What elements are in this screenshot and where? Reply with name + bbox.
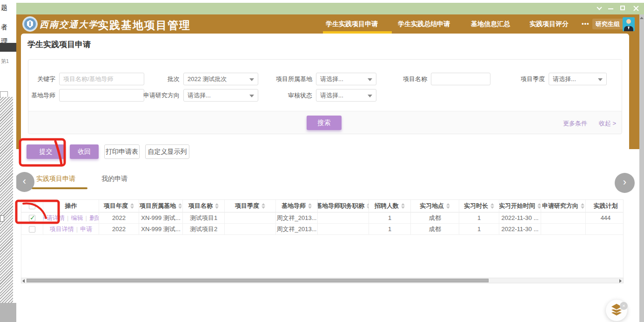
sort-icon[interactable] <box>537 203 541 209</box>
row-actions: 项目详情申请 <box>43 224 99 235</box>
cell-quarter <box>225 212 276 224</box>
batch-select[interactable]: 2022 测试批次 <box>183 73 258 85</box>
project-name-input[interactable] <box>431 73 490 85</box>
cell-mentor-title <box>318 224 369 235</box>
status-label: 审核状态 <box>287 91 312 100</box>
tabs-next-button[interactable]: › <box>615 173 635 193</box>
chevron-right-icon: › <box>623 176 626 188</box>
sort-icon[interactable] <box>215 203 219 209</box>
table-empty-area <box>21 235 624 276</box>
quarter-value: 请选择... <box>553 75 576 83</box>
sort-icon[interactable] <box>446 203 450 209</box>
link-delete[interactable]: 删除 <box>83 214 100 222</box>
chevron-left-icon: ‹ <box>23 175 26 187</box>
window-maximize-icon[interactable] <box>620 6 625 10</box>
cell-start: 2022-11-30 ... <box>499 212 541 224</box>
link-apply[interactable]: 申请 <box>74 225 92 233</box>
sort-icon[interactable] <box>130 203 134 209</box>
table-row: 项目详情申请 2022 XN-999 测试... 测试项目2 周文祥_2013.… <box>21 224 624 235</box>
link-project-detail[interactable]: 项目详情 <box>50 225 74 233</box>
screenshot-root: 题 者 理 第1 西南交通大学 实践基地项目管理 <box>0 0 644 322</box>
cell-recruit: 1 <box>369 224 411 235</box>
cell-direction <box>541 224 586 235</box>
background-page-label: 第1 <box>1 58 9 65</box>
keyword-input[interactable] <box>59 73 144 85</box>
cell-place: 成都 <box>411 212 459 224</box>
nav-item-base-info[interactable]: 基地信息汇总 <box>471 14 510 34</box>
search-button[interactable]: 搜索 <box>307 116 342 130</box>
background-hatch-pattern <box>0 97 13 303</box>
sort-icon[interactable] <box>308 203 312 209</box>
header-cell-mentor: 基地导师 <box>276 200 318 212</box>
window-minimize-icon[interactable] <box>608 8 613 9</box>
cell-mentor: 周文祥_2013... <box>276 212 318 224</box>
header-cell-name: 项目名称 <box>183 200 225 212</box>
quarter-label: 项目季度 <box>520 75 545 83</box>
base-value: 请选择... <box>320 75 343 83</box>
submit-button[interactable]: 提交 <box>27 144 65 159</box>
scrollbar-thumb[interactable] <box>27 279 489 282</box>
header-cell-base: 项目所属基地 <box>139 200 183 212</box>
quarter-select[interactable]: 请选择... <box>549 73 607 85</box>
sort-icon[interactable] <box>401 203 405 209</box>
status-value: 请选择... <box>320 91 343 100</box>
cell-base: XN-999 测试... <box>139 224 183 235</box>
background-square <box>0 215 4 222</box>
cell-year: 2022 <box>99 212 139 224</box>
direction-select[interactable]: 请选择... <box>183 89 258 102</box>
window-close-icon[interactable] <box>633 6 638 11</box>
direction-value: 请选择... <box>188 91 211 100</box>
select-all-checkbox[interactable] <box>29 203 35 209</box>
cell-duration: 1 <box>459 212 499 224</box>
direction-label: 申请研究方向 <box>142 91 180 100</box>
sort-icon[interactable] <box>178 203 182 209</box>
app-window: 西南交通大学 实践基地项目管理 学生实践项目申请 学生实践总结申请 基地信息汇总… <box>16 3 644 322</box>
cell-recruit: 1 <box>369 212 411 224</box>
table-horizontal-scrollbar[interactable] <box>21 278 624 283</box>
search-card: 学生实践项目申请 关键字 批次 2022 测试批次 项目所属基地 <box>21 34 629 135</box>
mentor-input[interactable] <box>59 89 144 102</box>
scroll-right-icon[interactable] <box>619 279 622 283</box>
cell-start: 2022-11-30 ... <box>499 224 541 235</box>
header-cell-year: 项目年度 <box>99 200 139 212</box>
header-cell-start: 实习开始时间 <box>499 200 541 212</box>
sort-icon[interactable] <box>490 203 494 209</box>
more-conditions-link[interactable]: 更多条件 <box>563 119 587 128</box>
collapse-link[interactable]: 收起 > <box>599 119 616 128</box>
nav-item-student-summary-apply[interactable]: 学生实践总结申请 <box>398 14 450 34</box>
header-cell-duration: 实习时长 <box>459 200 499 212</box>
status-select[interactable]: 请选择... <box>316 89 376 102</box>
cell-mentor-title <box>318 212 369 224</box>
user-avatar[interactable] <box>623 17 635 31</box>
link-edit[interactable]: 编辑 <box>65 214 83 222</box>
active-tab-underline <box>32 187 87 189</box>
row-checkbox-checked[interactable]: ✓ <box>29 215 35 221</box>
floating-button-close-icon[interactable]: × <box>620 302 628 310</box>
customize-columns-button[interactable]: 自定义显示列 <box>145 144 189 159</box>
scroll-left-icon[interactable] <box>22 279 25 283</box>
row-actions: 申请详情编辑删除 <box>43 212 99 224</box>
link-apply-detail[interactable]: 申请详情 <box>43 214 65 222</box>
base-select[interactable]: 请选择... <box>316 73 376 85</box>
tab-my-applications[interactable]: 我的申请 <box>101 175 127 183</box>
withdraw-button[interactable]: 收回 <box>70 144 99 159</box>
row-checkbox[interactable] <box>29 226 35 233</box>
window-restore-icon[interactable] <box>597 5 602 10</box>
project-name-label: 项目名称 <box>402 75 427 83</box>
print-application-button[interactable]: 打印申请表 <box>104 144 140 159</box>
header-cell-mentor-title: 基地导师职务职称 <box>318 200 369 212</box>
tab-practice-project-apply[interactable]: 实践项目申请 <box>36 175 75 183</box>
sort-icon[interactable] <box>262 203 265 209</box>
university-name: 西南交通大学 <box>40 19 98 31</box>
header-cell-select <box>21 200 43 212</box>
sort-icon[interactable] <box>581 203 584 209</box>
app-page: 西南交通大学 实践基地项目管理 学生实践项目申请 学生实践总结申请 基地信息汇总… <box>16 14 639 322</box>
projects-table: 操作 项目年度 项目所属基地 项目名称 项目季度 基地导师 基地导师职务职称 招… <box>21 199 624 278</box>
nav-item-student-project-apply[interactable]: 学生实践项目申请 <box>326 14 378 34</box>
header-cell-direction: 申请研究方向 <box>541 200 586 212</box>
nav-item-project-score[interactable]: 实践项目评分 <box>530 14 569 34</box>
nav-more-icon[interactable]: ••• <box>582 14 590 34</box>
window-titlebar <box>16 3 644 14</box>
header-cell-ops: 操作 <box>43 200 99 212</box>
cell-year: 2022 <box>99 224 139 235</box>
